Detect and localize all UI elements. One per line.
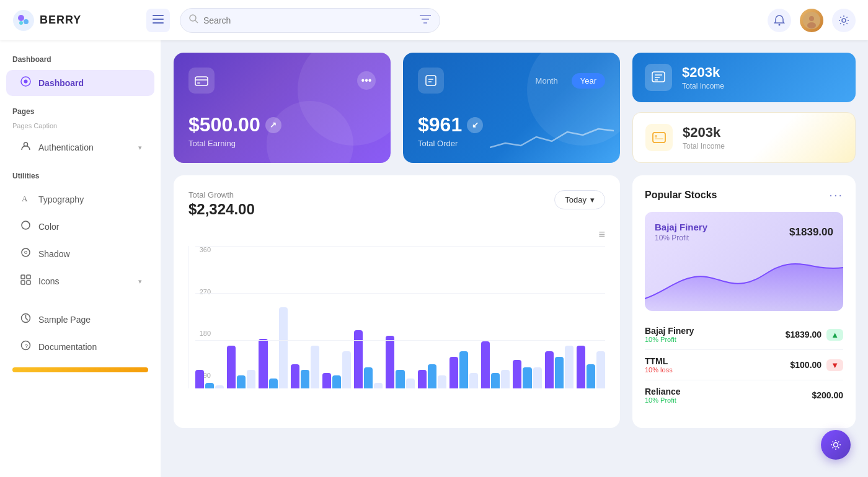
svg-rect-40 [655,138,663,139]
stocks-list: Bajaj Finery 10% Profit $1839.00 ▲ TTML … [645,320,843,410]
chevron-down-icon-2: ▾ [138,278,142,286]
sidebar-item-color-label: Color [38,222,142,232]
earning-label: Total Earning [188,139,376,148]
order-card-icon [418,68,444,94]
earning-card-icon [188,68,215,94]
chart-menu-icon[interactable]: ≡ [598,228,605,241]
stocks-card: Popular Stocks ··· Bajaj Finery 10% Prof… [632,175,856,428]
sidebar-item-shadow[interactable]: Shadow [6,241,154,267]
menu-toggle-button[interactable] [146,9,170,32]
stocks-header: Popular Stocks ··· [645,188,843,202]
svg-point-3 [19,21,23,25]
bar-group-9 [450,246,478,388]
svg-line-8 [195,20,198,23]
order-card: Month Year $961 ↙ Total Order [403,53,620,163]
svg-rect-33 [195,77,208,85]
order-trend-icon: ↙ [467,117,483,133]
floating-gear-button[interactable] [821,430,851,460]
stock-sub-ttml: 10% loss [645,366,673,374]
svg-rect-37 [652,72,665,82]
svg-rect-25 [27,275,30,279]
svg-point-7 [190,15,196,21]
stock-row-reliance: Reliance 10% Profit $200.00 [645,380,843,410]
stock-price-reliance: $200.00 [812,390,843,400]
stock-price-ttml: $100.00 [790,360,822,370]
main-layout: Dashboard Dashboard Pages Pages Caption … [0,40,868,477]
bar-group-7 [386,246,414,388]
sidebar-item-documentation[interactable]: ? Documentation [6,334,154,360]
settings-button[interactable] [832,9,856,32]
main-content: ••• $500.00 ↗ Total Earning [161,40,868,477]
svg-point-12 [779,24,781,25]
svg-text:?: ? [25,343,28,349]
sidebar-item-authentication[interactable]: Authentication ▾ [6,134,154,160]
svg-point-0 [13,10,34,31]
sidebar-item-sample-page[interactable]: Sample Page [6,307,154,333]
featured-stock-chart [645,249,843,311]
tab-month-button[interactable]: Month [527,73,567,89]
authentication-icon [19,141,32,154]
search-input[interactable] [203,15,415,25]
right-cards: $203k Total Income $203k Total Income [632,53,856,163]
pages-caption: Pages Caption [0,121,161,133]
bar-group-4 [291,246,319,388]
sidebar-item-dashboard[interactable]: Dashboard [6,70,154,96]
search-icon [189,14,198,26]
header: BERRY [0,0,868,40]
icons-icon [19,274,32,288]
featured-stock: Bajaj Finery 10% Profit $1839.00 [645,212,843,311]
featured-stock-profit: 10% Profit [655,234,707,242]
earning-card-menu-button[interactable]: ••• [357,71,376,90]
logo-icon [12,9,35,32]
today-button[interactable]: Today ▾ [554,190,605,209]
dropdown-arrow-icon: ▾ [590,195,595,204]
shadow-icon [19,247,32,261]
chart-amount: $2,324.00 [188,201,255,218]
top-cards: ••• $500.00 ↗ Total Earning [174,53,856,163]
chart-area: 360 270 180 90 [188,246,605,413]
total-income-yellow-label: Total Income [683,142,725,151]
income-yellow-icon [645,124,673,151]
stock-badge-ttml: ▼ [826,359,843,371]
sidebar-item-icons[interactable]: Icons ▾ [6,268,154,294]
earning-trend-icon: ↗ [265,117,281,133]
svg-point-22 [22,248,30,256]
bar-group-10 [481,246,510,388]
svg-rect-39 [655,135,657,138]
bar-group-11 [513,246,541,388]
today-label: Today [565,195,587,204]
bar-group-3 [259,246,287,388]
svg-rect-27 [27,281,30,284]
total-income-blue-label: Total Income [682,82,724,90]
stock-name-ttml: TTML [645,356,673,366]
bar-group-13 [577,246,605,388]
search-bar [180,8,440,33]
svg-point-41 [834,443,838,447]
earning-card: ••• $500.00 ↗ Total Earning [174,53,391,163]
bar-group-12 [545,246,574,388]
sidebar-item-authentication-label: Authentication [38,142,132,152]
tab-year-button[interactable]: Year [572,73,605,89]
typography-icon: A [19,193,32,206]
sidebar-item-typography[interactable]: A Typography [6,186,154,212]
stock-name-reliance: Reliance [645,387,681,396]
avatar[interactable] [800,9,823,32]
bar-group-2 [227,246,255,388]
svg-rect-24 [21,275,25,279]
sidebar-yellow-bar [12,367,148,372]
svg-rect-26 [21,281,25,284]
notifications-button[interactable] [768,9,791,32]
svg-point-18 [24,80,27,84]
svg-rect-35 [197,82,200,84]
stocks-more-button[interactable]: ··· [829,188,843,202]
svg-rect-38 [653,133,665,142]
dashboard-icon [19,76,32,90]
filter-icon[interactable] [420,15,431,26]
bar-group-6 [354,246,383,388]
stock-row-ttml: TTML 10% loss $100.00 ▼ [645,350,843,380]
wave-chart [490,120,614,157]
svg-line-30 [25,318,28,321]
total-income-yellow-card: $203k Total Income [632,112,856,163]
bar-group-1 [195,246,224,388]
sidebar-item-color[interactable]: Color [6,214,154,240]
